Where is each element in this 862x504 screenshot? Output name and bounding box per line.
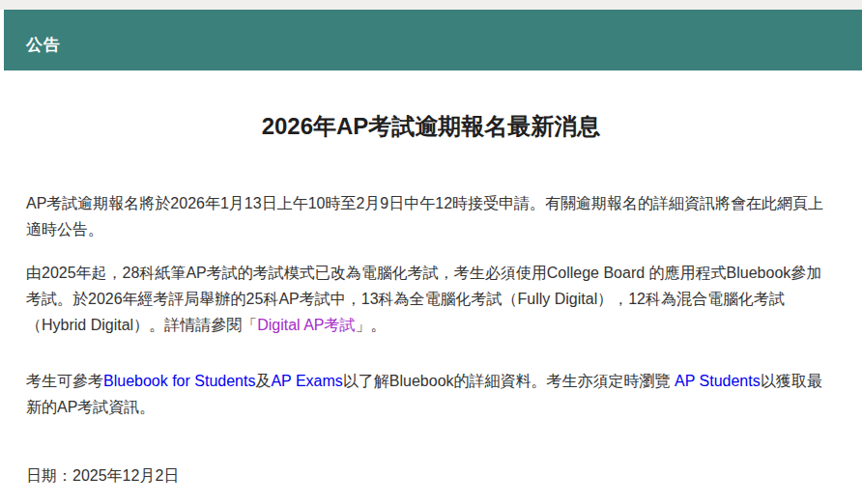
page-top-strip xyxy=(0,0,862,10)
paragraph-text: 考生可參考 xyxy=(26,373,103,389)
announcement-banner: 公告 xyxy=(4,10,862,70)
paragraph-bluebook-resources: 考生可參考Bluebook for Students及AP Exams以了解Bl… xyxy=(26,368,836,420)
announcement-page: 公告 2026年AP考試逾期報名最新消息 AP考試逾期報名將於2026年1月13… xyxy=(0,0,862,504)
digital-ap-exam-link[interactable]: Digital AP考試 xyxy=(257,317,355,333)
bluebook-for-students-link[interactable]: Bluebook for Students xyxy=(103,373,255,389)
paragraph-late-registration-dates: AP考試逾期報名將於2026年1月13日上午10時至2月9日中午12時接受申請。… xyxy=(26,190,836,242)
paragraph-text: 」。 xyxy=(356,317,387,333)
paragraph-text: 由2025年起，28科紙筆AP考試的考試模式已改為電腦化考試，考生必須使用Col… xyxy=(26,265,821,333)
page-title: 2026年AP考試逾期報名最新消息 xyxy=(26,113,836,139)
announcement-content: 2026年AP考試逾期報名最新消息 AP考試逾期報名將於2026年1月13日上午… xyxy=(0,113,862,489)
paragraph-text: 及 xyxy=(255,373,271,389)
paragraph-text: 以了解Bluebook的詳細資料。考生亦須定時瀏覽 xyxy=(343,373,675,389)
publish-date: 日期：2025年12月2日 xyxy=(26,462,836,489)
banner-title: 公告 xyxy=(4,10,862,56)
ap-exams-link[interactable]: AP Exams xyxy=(271,373,342,389)
paragraph-digital-exam-modes: 由2025年起，28科紙筆AP考試的考試模式已改為電腦化考試，考生必須使用Col… xyxy=(26,260,836,338)
paragraph-text: AP考試逾期報名將於2026年1月13日上午10時至2月9日中午12時接受申請。… xyxy=(26,195,823,238)
ap-students-link[interactable]: AP Students xyxy=(675,373,761,389)
